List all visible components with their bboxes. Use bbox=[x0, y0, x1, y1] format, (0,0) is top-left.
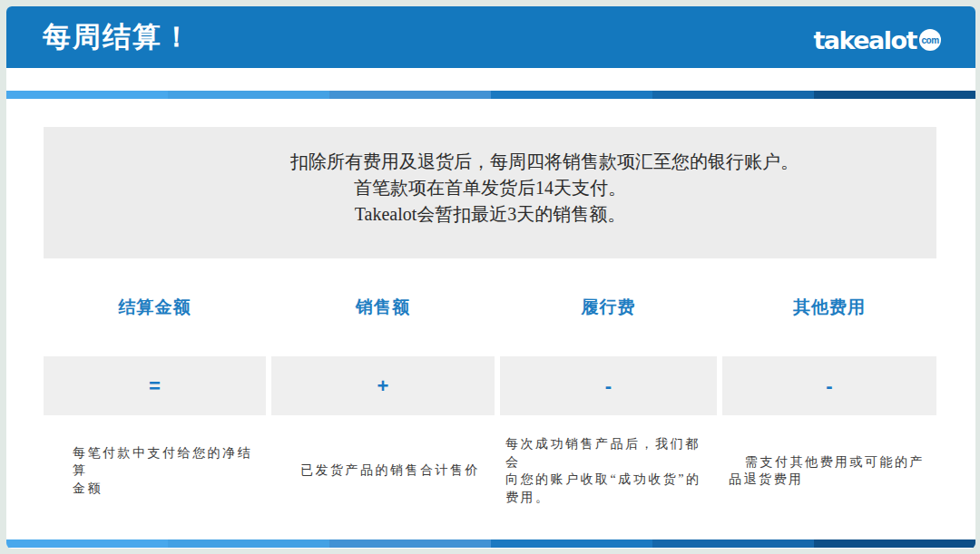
header-bar: 每周结算！ takealot com bbox=[6, 6, 975, 68]
stripe-segment bbox=[329, 539, 491, 548]
intro-line: 扣除所有费用及退货后，每周四将销售款项汇至您的银行账户。 bbox=[44, 149, 936, 175]
stripe-segment bbox=[652, 539, 814, 548]
page-title: 每周结算！ bbox=[43, 18, 192, 56]
description-row: 每笔付款中支付给您的净结算 金额 已发货产品的销售合计售价 每次成功销售产品后，… bbox=[44, 435, 936, 502]
symbol-cell: = bbox=[44, 356, 266, 415]
minus-symbol: - bbox=[605, 374, 612, 398]
slide: 每周结算！ takealot com 扣除所有费用及退货后，每周四将销售款项汇至… bbox=[6, 6, 975, 549]
plus-symbol: + bbox=[377, 374, 389, 398]
stripe-segment bbox=[168, 91, 329, 99]
symbol-cell: - bbox=[722, 356, 936, 415]
stripe-segment bbox=[491, 539, 652, 548]
intro-line: Takealot会暂扣最近3天的销售额。 bbox=[44, 201, 936, 228]
column-header-other-fees: 其他费用 bbox=[722, 296, 936, 319]
logo-com-badge: com bbox=[919, 29, 941, 51]
stripe-segment bbox=[6, 91, 168, 99]
intro-line: 首笔款项在首单发货后14天支付。 bbox=[44, 175, 936, 201]
logo-wordmark: takealot bbox=[813, 26, 916, 54]
description-fulfilment: 每次成功销售产品后，我们都会 向您的账户收取“成功收货”的 费用。 bbox=[500, 435, 717, 506]
intro-box: 扣除所有费用及退货后，每周四将销售款项汇至您的银行账户。 首笔款项在首单发货后1… bbox=[44, 127, 936, 258]
stripe-segment bbox=[6, 539, 168, 548]
stripe-bar-top bbox=[6, 91, 975, 99]
stripe-segment bbox=[329, 91, 491, 99]
stripe-segment bbox=[168, 539, 329, 548]
symbol-cell: + bbox=[271, 356, 495, 415]
description-settlement: 每笔付款中支付给您的净结算 金额 bbox=[44, 444, 266, 498]
equals-symbol: = bbox=[149, 374, 161, 398]
takealot-logo: takealot com bbox=[813, 26, 941, 54]
column-header-row: 结算金额 销售额 履行费 其他费用 bbox=[44, 296, 936, 319]
stripe-segment bbox=[814, 539, 975, 548]
description-other-fees: 需支付其他费用或可能的产 品退货费用 bbox=[722, 453, 936, 489]
minus-symbol: - bbox=[826, 374, 832, 398]
symbol-row: = + - - bbox=[44, 356, 936, 415]
stripe-segment bbox=[814, 91, 975, 99]
logo-tld-label: com bbox=[921, 35, 938, 45]
column-header-sales: 销售额 bbox=[271, 296, 495, 319]
stripe-bar-bottom bbox=[6, 539, 975, 548]
stripe-segment bbox=[652, 91, 814, 99]
column-header-settlement: 结算金额 bbox=[44, 296, 266, 319]
column-header-fulfilment: 履行费 bbox=[500, 296, 717, 319]
stripe-segment bbox=[491, 91, 652, 99]
description-sales: 已发货产品的销售合计售价 bbox=[271, 462, 495, 480]
symbol-cell: - bbox=[500, 356, 717, 415]
